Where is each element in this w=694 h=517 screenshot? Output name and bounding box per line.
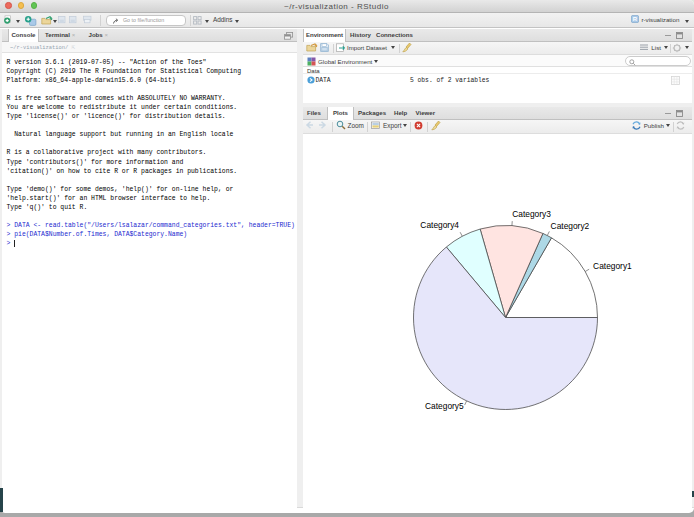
svg-text:Category2: Category2: [551, 221, 590, 231]
svg-text:Category1: Category1: [593, 261, 632, 271]
svg-text:Category4: Category4: [420, 220, 459, 230]
svg-text:Category3: Category3: [512, 209, 551, 219]
svg-text:R: R: [633, 16, 638, 22]
svg-text:Category5: Category5: [425, 401, 464, 411]
